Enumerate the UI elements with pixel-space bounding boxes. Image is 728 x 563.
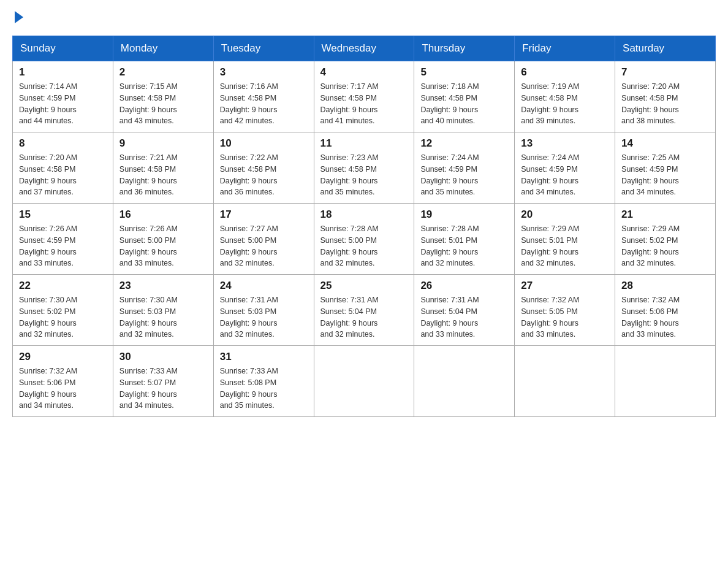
sunrise-label: Sunrise: 7:15 AM (119, 82, 178, 91)
day-number: 8 (19, 137, 107, 150)
sunset-label: Sunset: 4:59 PM (420, 165, 477, 174)
day-number: 16 (119, 209, 207, 221)
sunrise-label: Sunrise: 7:16 AM (220, 82, 278, 91)
sunrise-label: Sunrise: 7:17 AM (320, 82, 379, 91)
day-number: 13 (521, 137, 609, 150)
sunset-label: Sunset: 4:59 PM (521, 165, 577, 174)
calendar-week-3: 15 Sunrise: 7:26 AM Sunset: 4:59 PM Dayl… (13, 204, 716, 275)
daylight-minutes: and 43 minutes. (119, 117, 174, 125)
calendar-week-1: 1 Sunrise: 7:14 AM Sunset: 4:59 PM Dayli… (13, 61, 716, 132)
calendar-cell (515, 346, 615, 417)
sunset-label: Sunset: 5:02 PM (621, 236, 678, 245)
sunset-label: Sunset: 5:00 PM (320, 236, 377, 245)
sunrise-label: Sunrise: 7:14 AM (19, 82, 77, 91)
logo-blue-text (12, 12, 23, 23)
day-number: 23 (119, 280, 207, 292)
calendar-cell (414, 346, 515, 417)
day-info: Sunrise: 7:33 AM Sunset: 5:07 PM Dayligh… (119, 366, 207, 412)
weekday-header-sunday: Sunday (13, 36, 113, 61)
sunset-label: Sunset: 5:04 PM (320, 307, 377, 316)
calendar-cell: 5 Sunrise: 7:18 AM Sunset: 4:58 PM Dayli… (414, 61, 515, 132)
daylight-minutes: and 39 minutes. (521, 117, 575, 125)
day-info: Sunrise: 7:30 AM Sunset: 5:03 PM Dayligh… (119, 294, 207, 340)
sunset-label: Sunset: 5:01 PM (420, 236, 477, 245)
daylight-label: Daylight: 9 hours (521, 105, 578, 114)
sunrise-label: Sunrise: 7:30 AM (19, 296, 77, 304)
daylight-label: Daylight: 9 hours (119, 390, 177, 399)
calendar-cell (314, 346, 414, 417)
day-info: Sunrise: 7:28 AM Sunset: 5:01 PM Dayligh… (420, 223, 508, 269)
day-info: Sunrise: 7:24 AM Sunset: 4:59 PM Dayligh… (420, 152, 508, 198)
daylight-label: Daylight: 9 hours (220, 177, 278, 185)
sunset-label: Sunset: 5:03 PM (220, 307, 276, 316)
day-number: 6 (521, 66, 609, 79)
sunrise-label: Sunrise: 7:31 AM (220, 296, 278, 304)
day-number: 3 (220, 66, 308, 79)
sunset-label: Sunset: 5:06 PM (19, 378, 75, 387)
sunset-label: Sunset: 5:03 PM (119, 307, 176, 316)
calendar-cell: 10 Sunrise: 7:22 AM Sunset: 4:58 PM Dayl… (213, 132, 314, 204)
day-info: Sunrise: 7:17 AM Sunset: 4:58 PM Dayligh… (320, 81, 408, 127)
day-number: 5 (420, 66, 508, 79)
sunrise-label: Sunrise: 7:27 AM (220, 224, 278, 233)
weekday-header-thursday: Thursday (414, 36, 515, 61)
day-info: Sunrise: 7:33 AM Sunset: 5:08 PM Dayligh… (220, 366, 308, 412)
day-info: Sunrise: 7:28 AM Sunset: 5:00 PM Dayligh… (320, 223, 408, 269)
daylight-label: Daylight: 9 hours (119, 319, 177, 327)
day-info: Sunrise: 7:16 AM Sunset: 4:58 PM Dayligh… (220, 81, 308, 127)
calendar-week-5: 29 Sunrise: 7:32 AM Sunset: 5:06 PM Dayl… (13, 346, 716, 417)
calendar-cell (615, 346, 716, 417)
sunset-label: Sunset: 5:08 PM (220, 378, 276, 387)
daylight-label: Daylight: 9 hours (521, 177, 578, 185)
daylight-minutes: and 34 minutes. (521, 188, 575, 196)
daylight-label: Daylight: 9 hours (19, 390, 77, 399)
daylight-minutes: and 38 minutes. (621, 117, 676, 125)
calendar-cell: 27 Sunrise: 7:32 AM Sunset: 5:05 PM Dayl… (515, 275, 615, 346)
calendar-week-2: 8 Sunrise: 7:20 AM Sunset: 4:58 PM Dayli… (13, 132, 716, 204)
daylight-minutes: and 34 minutes. (19, 401, 74, 410)
calendar-cell: 20 Sunrise: 7:29 AM Sunset: 5:01 PM Dayl… (515, 204, 615, 275)
calendar-week-4: 22 Sunrise: 7:30 AM Sunset: 5:02 PM Dayl… (13, 275, 716, 346)
daylight-label: Daylight: 9 hours (621, 319, 679, 327)
weekday-header-tuesday: Tuesday (213, 36, 314, 61)
day-info: Sunrise: 7:29 AM Sunset: 5:02 PM Dayligh… (621, 223, 709, 269)
calendar-table: SundayMondayTuesdayWednesdayThursdayFrid… (12, 36, 716, 417)
daylight-label: Daylight: 9 hours (320, 105, 378, 114)
daylight-label: Daylight: 9 hours (420, 319, 478, 327)
calendar-cell: 18 Sunrise: 7:28 AM Sunset: 5:00 PM Dayl… (314, 204, 414, 275)
day-number: 15 (19, 209, 107, 221)
day-number: 28 (621, 280, 709, 292)
day-info: Sunrise: 7:20 AM Sunset: 4:58 PM Dayligh… (19, 152, 107, 198)
daylight-label: Daylight: 9 hours (420, 177, 478, 185)
sunrise-label: Sunrise: 7:28 AM (320, 224, 379, 233)
daylight-minutes: and 36 minutes. (220, 188, 275, 196)
sunrise-label: Sunrise: 7:29 AM (621, 224, 680, 233)
day-info: Sunrise: 7:23 AM Sunset: 4:58 PM Dayligh… (320, 152, 408, 198)
calendar-cell: 12 Sunrise: 7:24 AM Sunset: 4:59 PM Dayl… (414, 132, 515, 204)
day-number: 30 (119, 351, 207, 363)
day-number: 27 (521, 280, 609, 292)
calendar-cell: 26 Sunrise: 7:31 AM Sunset: 5:04 PM Dayl… (414, 275, 515, 346)
daylight-minutes: and 35 minutes. (420, 188, 475, 196)
day-info: Sunrise: 7:22 AM Sunset: 4:58 PM Dayligh… (220, 152, 308, 198)
calendar-cell: 11 Sunrise: 7:23 AM Sunset: 4:58 PM Dayl… (314, 132, 414, 204)
daylight-minutes: and 33 minutes. (521, 330, 575, 339)
daylight-label: Daylight: 9 hours (119, 248, 177, 256)
calendar-cell: 23 Sunrise: 7:30 AM Sunset: 5:03 PM Dayl… (113, 275, 213, 346)
day-number: 26 (420, 280, 508, 292)
day-info: Sunrise: 7:26 AM Sunset: 4:59 PM Dayligh… (19, 223, 107, 269)
day-info: Sunrise: 7:27 AM Sunset: 5:00 PM Dayligh… (220, 223, 308, 269)
sunrise-label: Sunrise: 7:32 AM (19, 367, 77, 375)
day-info: Sunrise: 7:15 AM Sunset: 4:58 PM Dayligh… (119, 81, 207, 127)
daylight-minutes: and 35 minutes. (320, 188, 375, 196)
daylight-label: Daylight: 9 hours (420, 248, 478, 256)
day-number: 18 (320, 209, 408, 221)
sunrise-label: Sunrise: 7:20 AM (19, 153, 77, 162)
daylight-label: Daylight: 9 hours (119, 177, 177, 185)
page-header (12, 12, 716, 23)
sunrise-label: Sunrise: 7:32 AM (521, 296, 579, 304)
day-number: 31 (220, 351, 308, 363)
daylight-label: Daylight: 9 hours (621, 177, 679, 185)
sunset-label: Sunset: 5:00 PM (220, 236, 276, 245)
day-info: Sunrise: 7:24 AM Sunset: 4:59 PM Dayligh… (521, 152, 609, 198)
